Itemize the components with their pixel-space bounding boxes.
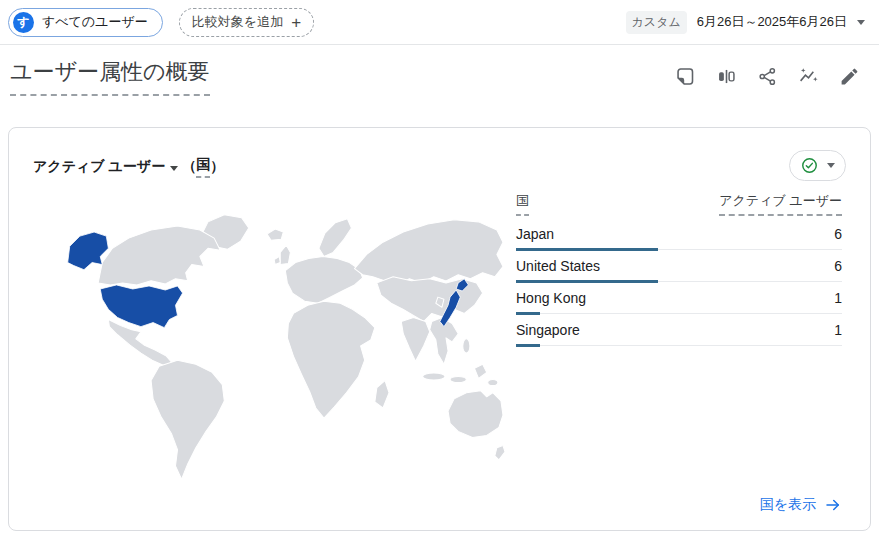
countries-table: 国 アクティブ ユーザー Japan 6 United States 6 Hon… [516,192,842,346]
table-row[interactable]: Japan 6 [516,218,842,250]
active-users-by-country-card: アクティブ ユーザー （ 国 ） [8,127,871,531]
value-cell: 1 [834,290,842,306]
metric-selector[interactable]: アクティブ ユーザー [33,158,165,176]
map-land-gray [98,215,505,479]
dimension-suffix: ） [210,158,224,176]
insights-icon[interactable] [796,64,820,88]
data-quality-dropdown[interactable] [789,150,846,181]
table-row[interactable]: Singapore 1 [516,314,842,346]
chevron-down-icon [857,20,865,25]
edit-icon[interactable] [837,64,861,88]
date-range-picker[interactable]: カスタム 6月26日～2025年6月26日 [626,11,865,34]
date-range-type-badge: カスタム [626,11,687,34]
add-comparison-label: 比較対象を追加 [192,13,283,31]
dimension-name[interactable]: 国 [196,156,210,178]
check-circle-icon [800,156,819,175]
country-cell: Japan [516,226,554,242]
column-header-country[interactable]: 国 [516,192,529,216]
card-header: アクティブ ユーザー （ 国 ） [33,156,224,178]
header-actions [673,64,861,88]
table-row[interactable]: Hong Kong 1 [516,282,842,314]
value-bar [516,344,540,347]
value-cell: 1 [834,322,842,338]
table-header-row: 国 アクティブ ユーザー [516,192,842,218]
country-cell: Hong Kong [516,290,586,306]
page-title[interactable]: ユーザー属性の概要 [10,57,210,96]
add-comparison-button[interactable]: 比較対象を追加 + [179,8,314,37]
view-countries-label: 国を表示 [760,496,816,514]
chevron-down-icon[interactable] [170,166,178,171]
column-header-active-users[interactable]: アクティブ ユーザー [719,192,842,216]
world-geo-map[interactable] [27,210,505,488]
comparison-icon[interactable] [714,64,738,88]
page-header: ユーザー属性の概要 [0,46,879,106]
note-icon[interactable] [673,64,697,88]
audience-segment-pill[interactable]: す すべてのユーザー [8,8,163,37]
audience-avatar: す [13,12,34,33]
country-cell: Singapore [516,322,580,338]
value-cell: 6 [834,258,842,274]
table-row[interactable]: United States 6 [516,250,842,282]
arrow-right-icon [824,496,842,514]
chevron-down-icon [827,163,835,168]
country-cell: United States [516,258,600,274]
dimension-prefix: （ [182,158,196,176]
share-icon[interactable] [755,64,779,88]
map-country-alaska [68,232,109,270]
audience-label: すべてのユーザー [42,13,148,31]
view-countries-link[interactable]: 国を表示 [760,496,842,514]
top-bar: す すべてのユーザー 比較対象を追加 + カスタム 6月26日～2025年6月2… [0,0,879,45]
plus-icon: + [291,14,301,31]
date-range-text: 6月26日～2025年6月26日 [697,13,847,31]
value-cell: 6 [834,226,842,242]
